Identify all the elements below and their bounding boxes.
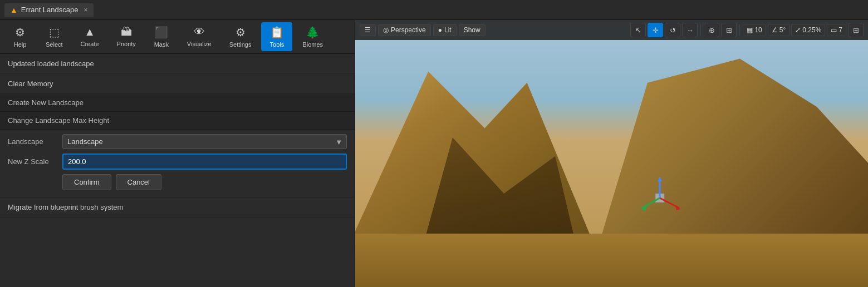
migrate-label: Migrate from blueprint brush system (8, 203, 123, 211)
change-height-header: Change Landscape Max Height (0, 112, 355, 130)
landscape-dropdown-wrapper: Landscape ▼ (62, 134, 347, 149)
main-layout: ⚙ Help ⬚ Select ▲ Create 🏔 Priority ⬛ Ma… (0, 20, 868, 287)
biomes-icon: 🌲 (306, 26, 320, 39)
clear-memory-row[interactable]: Clear Memory (0, 74, 355, 94)
updated-landscape-label: Updated loaded landscape (8, 60, 94, 68)
toolbar-item-priority[interactable]: 🏔 Priority (109, 22, 144, 51)
toolbar-item-biomes[interactable]: 🌲 Biomes (295, 22, 331, 51)
toolbar-label-create: Create (81, 41, 99, 47)
priority-icon: 🏔 (121, 26, 132, 38)
toolbar-label-priority: Priority (117, 41, 136, 47)
toolbar: ⚙ Help ⬚ Select ▲ Create 🏔 Priority ⬛ Ma… (0, 20, 355, 54)
new-z-scale-input[interactable] (62, 154, 347, 170)
angle-value: 5° (779, 26, 786, 34)
create-icon: ▲ (84, 26, 95, 38)
landscape-field-label: Landscape (8, 137, 58, 146)
perspective-icon: ◎ (383, 26, 389, 34)
screen-icon: ▭ (831, 26, 837, 34)
grid-icon: ▦ (747, 26, 753, 34)
grid-value: 10 (754, 26, 762, 34)
perspective-label: Perspective (391, 26, 426, 34)
create-new-label: Create New Landscape (8, 98, 84, 107)
title-bar: ▲ Errant Landscape × (0, 0, 868, 20)
tools-icon: 📋 (270, 26, 284, 39)
title-tab[interactable]: ▲ Errant Landscape × (4, 3, 94, 17)
scale-tool-button[interactable]: ↔ (682, 23, 698, 37)
scale-pct-button[interactable]: ⤢ 0.25% (791, 24, 825, 36)
tools-divider-2 (739, 24, 740, 36)
viewport[interactable]: ☰ ◎ Perspective ● Lit Show ↖ ✛ ↺ ↔ ⊕ ⊞ (355, 20, 868, 287)
world-tool-button[interactable]: ⊕ (704, 23, 719, 37)
show-label: Show (464, 26, 480, 34)
screen-value: 7 (838, 26, 842, 34)
toolbar-label-visualize: Visualize (187, 41, 212, 47)
landscape-tab-icon: ▲ (10, 6, 18, 14)
toolbar-item-mask[interactable]: ⬛ Mask (146, 22, 177, 51)
visualize-icon: 👁 (194, 26, 205, 38)
settings-icon: ⚙ (236, 26, 246, 39)
cancel-button[interactable]: Cancel (116, 174, 161, 190)
scale-pct-icon: ⤢ (795, 26, 801, 34)
toolbar-label-select: Select (46, 41, 63, 48)
ground-bg (355, 234, 868, 287)
create-new-landscape-row[interactable]: Create New Landscape (0, 94, 355, 112)
rotate-tool-button[interactable]: ↺ (665, 23, 680, 37)
migrate-row[interactable]: Migrate from blueprint brush system (0, 197, 355, 217)
viewport-menu-button[interactable]: ☰ (360, 24, 376, 36)
tools-divider-1 (700, 24, 701, 36)
toolbar-label-mask: Mask (154, 41, 169, 48)
landscape-dropdown[interactable]: Landscape (62, 134, 347, 149)
svg-line-5 (642, 198, 660, 208)
viewport-tools: ↖ ✛ ↺ ↔ ⊕ ⊞ ▦ 10 ∠ 5° ⤢ 0.25% (630, 23, 864, 37)
toolbar-label-settings: Settings (229, 41, 252, 48)
layout-tool-button[interactable]: ⊞ (848, 23, 864, 37)
btn-group: Confirm Cancel (8, 174, 347, 190)
toolbar-item-tools[interactable]: 📋 Tools (261, 22, 292, 51)
toolbar-item-visualize[interactable]: 👁 Visualize (179, 22, 219, 51)
mask-icon: ⬛ (154, 26, 168, 39)
confirm-button[interactable]: Confirm (62, 174, 111, 190)
updated-landscape-row[interactable]: Updated loaded landscape (0, 54, 355, 74)
move-tool-button[interactable]: ✛ (648, 23, 663, 37)
svg-marker-2 (658, 177, 662, 181)
form-area: Landscape Landscape ▼ New Z Scale Confir… (0, 130, 355, 197)
lit-button[interactable]: ● Lit (433, 24, 457, 36)
hamburger-icon: ☰ (365, 26, 371, 34)
landscape-row: Landscape Landscape ▼ (8, 134, 347, 149)
lit-icon: ● (438, 26, 442, 34)
title-tab-label: Errant Landscape (21, 6, 79, 14)
perspective-button[interactable]: ◎ Perspective (378, 24, 431, 36)
left-panel: ⚙ Help ⬚ Select ▲ Create 🏔 Priority ⬛ Ma… (0, 20, 355, 287)
snap-tool-button[interactable]: ⊞ (721, 23, 737, 37)
toolbar-item-help[interactable]: ⚙ Help (4, 22, 36, 51)
scale-pct-value: 0.25% (802, 26, 821, 34)
new-z-scale-row: New Z Scale (8, 154, 347, 170)
lit-label: Lit (444, 26, 452, 34)
new-z-scale-label: New Z Scale (8, 157, 58, 166)
select-tool-button[interactable]: ↖ (630, 23, 646, 37)
help-icon: ⚙ (15, 26, 25, 39)
toolbar-item-settings[interactable]: ⚙ Settings (222, 22, 259, 51)
clear-memory-label: Clear Memory (8, 80, 53, 88)
screen-value-button[interactable]: ▭ 7 (827, 24, 846, 36)
tab-close-button[interactable]: × (84, 6, 87, 14)
viewport-topbar: ☰ ◎ Perspective ● Lit Show ↖ ✛ ↺ ↔ ⊕ ⊞ (355, 20, 868, 40)
change-height-label: Change Landscape Max Height (8, 116, 109, 125)
panel-content: Updated loaded landscape Clear Memory Cr… (0, 54, 355, 287)
svg-marker-4 (675, 205, 680, 210)
transform-gizmo (637, 176, 682, 220)
toolbar-label-biomes: Biomes (302, 41, 323, 48)
select-icon: ⬚ (49, 26, 60, 39)
angle-value-button[interactable]: ∠ 5° (768, 24, 789, 36)
toolbar-label-help: Help (14, 41, 27, 48)
angle-icon: ∠ (772, 26, 778, 34)
toolbar-item-select[interactable]: ⬚ Select (38, 22, 71, 51)
grid-value-button[interactable]: ▦ 10 (743, 24, 766, 36)
toolbar-label-tools: Tools (270, 41, 285, 48)
show-button[interactable]: Show (459, 24, 486, 36)
toolbar-item-create[interactable]: ▲ Create (73, 22, 107, 51)
